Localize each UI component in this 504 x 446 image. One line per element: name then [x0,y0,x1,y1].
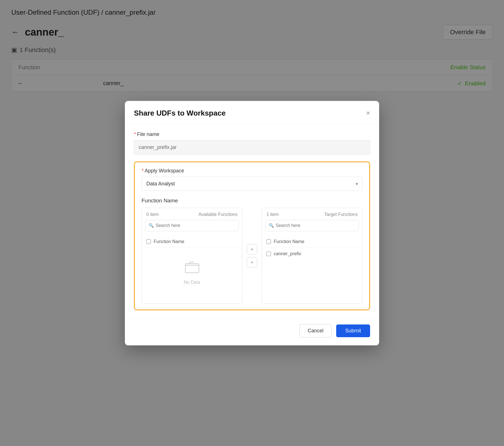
transfer-right-button[interactable]: > [247,244,257,254]
empty-folder-icon [185,260,199,276]
close-button[interactable]: × [366,110,370,116]
target-select-all-checkbox[interactable] [266,239,271,244]
transfer-left-button[interactable]: < [247,257,257,267]
target-list-body: Function Name canner_prefix [262,234,362,304]
modal-dialog: Share UDFs to Workspace × * File name * … [125,101,379,345]
transfer-widget: 0 item Available Functions 🔍 Function Na… [142,208,362,304]
available-empty-state: No Data [142,248,242,296]
cancel-button[interactable]: Cancel [299,324,332,337]
target-item-checkbox[interactable] [266,252,271,256]
search-icon-available: 🔍 [149,223,154,228]
modal-title: Share UDFs to Workspace [134,109,226,118]
target-list-title: Target Functions [324,212,358,217]
workspace-select[interactable]: Data Analyst [142,177,362,191]
modal-footer: Cancel Submit [125,318,379,345]
available-list-body: Function Name No Da [142,234,242,304]
available-list-title: Available Functions [199,212,238,217]
available-item-count: 0 item [146,212,159,217]
modal-overlay: Share UDFs to Workspace × * File name * … [0,0,504,446]
file-name-label: * File name [134,131,370,137]
empty-text: No Data [184,280,200,285]
function-name-section-label: Function Name [142,198,362,204]
modal-body: * File name * Apply Workspace Data Analy… [125,124,379,318]
workspace-section: * Apply Workspace Data Analyst ▾ Functio… [134,161,370,310]
submit-button[interactable]: Submit [336,324,370,337]
required-star: * [134,131,136,137]
modal-header: Share UDFs to Workspace × [125,101,379,124]
file-name-input[interactable] [134,140,370,155]
target-search-input[interactable] [265,220,359,231]
target-item-canner-prefix: canner_prefix [262,248,362,259]
available-col-header-row: Function Name [142,236,242,247]
search-icon-target: 🔍 [269,223,274,228]
target-item-count: 1 item [266,212,279,217]
workspace-select-wrapper: Data Analyst ▾ [142,177,362,191]
required-star-workspace: * [142,168,144,174]
target-col-header-row: Function Name [262,236,362,247]
target-search: 🔍 [265,220,359,231]
available-search-input[interactable] [145,220,239,231]
workspace-label: * Apply Workspace [142,168,362,174]
target-list-header: 1 item Target Functions [262,208,362,220]
available-functions-list: 0 item Available Functions 🔍 Function Na… [142,208,242,304]
target-functions-list: 1 item Target Functions 🔍 Function Name [262,208,362,304]
available-select-all-checkbox[interactable] [146,239,151,244]
available-list-header: 0 item Available Functions [142,208,242,220]
transfer-buttons: > < [246,208,258,304]
available-search: 🔍 [145,220,239,231]
